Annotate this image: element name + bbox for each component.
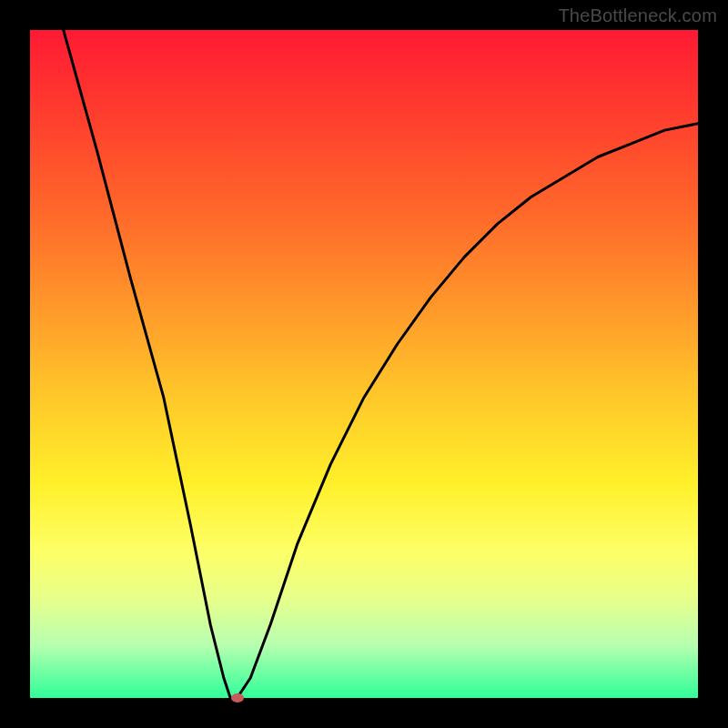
- chart-frame: TheBottleneck.com: [0, 0, 728, 728]
- bottleneck-curve-line: [64, 30, 698, 698]
- curve-svg: [30, 30, 698, 698]
- optimum-marker: [231, 693, 244, 703]
- plot-area: [30, 30, 698, 698]
- watermark: TheBottleneck.com: [558, 5, 717, 26]
